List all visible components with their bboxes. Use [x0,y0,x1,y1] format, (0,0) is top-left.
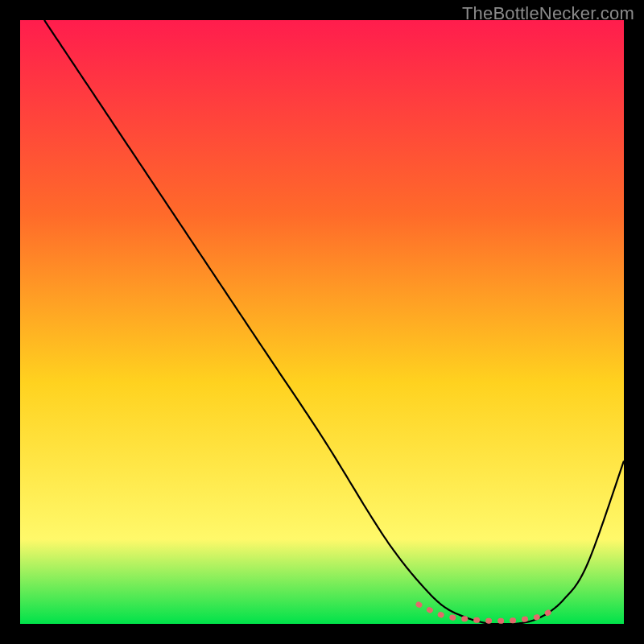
watermark-text: TheBottleNecker.com [462,3,634,24]
plot-area [20,20,624,624]
chart-frame: TheBottleNecker.com [0,0,644,644]
chart-svg [20,20,624,624]
gradient-background [20,20,624,624]
